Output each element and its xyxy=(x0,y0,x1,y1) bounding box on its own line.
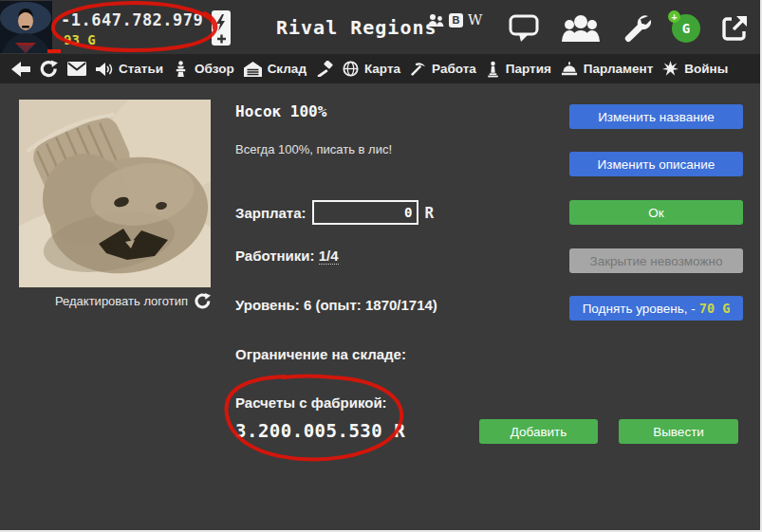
nav-label-party: Партия xyxy=(506,62,551,76)
gold-badge-letter: G xyxy=(682,21,690,36)
nav-item-parliament[interactable]: Парламент xyxy=(561,62,653,76)
chat-icon[interactable] xyxy=(509,14,540,43)
nav-item-wars[interactable]: Войны xyxy=(662,61,728,77)
salary-row: Зарплата: R xyxy=(235,200,434,225)
salary-currency: R xyxy=(425,204,435,222)
withdraw-money-button[interactable]: Вывести xyxy=(619,419,738,444)
nav-label-overview: Обзор xyxy=(195,62,234,76)
plus-icon: + xyxy=(668,10,680,23)
nav-refresh-button[interactable] xyxy=(40,60,58,78)
workers-value-link[interactable]: 1/4 xyxy=(319,248,339,265)
rename-button[interactable]: Изменить название xyxy=(569,104,743,129)
top-bar: -1.647.782.979 R 93 G Rival Regions B W xyxy=(0,0,760,54)
xp-progress-bar xyxy=(47,49,61,53)
nav-label-wars: Войны xyxy=(684,62,728,76)
nav-mail-button[interactable] xyxy=(67,62,86,76)
battery-energy-icon[interactable] xyxy=(211,9,232,46)
factory-description: Всегда 100%, писать в лис! xyxy=(235,142,392,156)
factory-logo-image xyxy=(19,100,211,287)
nav-back-button[interactable] xyxy=(11,62,30,77)
nav-label-warehouse: Склад xyxy=(268,62,307,76)
change-description-button[interactable]: Изменить описание xyxy=(569,152,743,176)
refresh-icon xyxy=(40,60,58,78)
mail-icon xyxy=(67,62,86,76)
nav-label-articles: Статьи xyxy=(119,62,163,76)
nav-item-warehouse[interactable]: Склад xyxy=(244,62,307,77)
pickaxe-icon xyxy=(410,61,426,77)
factory-balance-label: Расчеты с фабрикой: xyxy=(235,394,387,411)
workers-label: Работники: xyxy=(235,248,315,264)
podium-icon xyxy=(173,61,189,77)
factory-title: Носок 100% xyxy=(235,102,326,120)
nav-label-map: Карта xyxy=(364,62,400,76)
salary-input[interactable] xyxy=(312,200,418,225)
megaphone-icon xyxy=(96,62,113,77)
warehouse-icon xyxy=(244,62,262,77)
nav-label-work: Работа xyxy=(432,62,476,76)
storage-limit-label: Ограничение на складе: xyxy=(235,346,406,362)
w-wiki-icon[interactable]: W xyxy=(468,11,482,28)
statue-icon xyxy=(486,61,500,78)
game-window: -1.647.782.979 R 93 G Rival Regions B W xyxy=(0,0,762,532)
back-arrow-icon xyxy=(11,62,30,77)
nav-bar: Статьи Обзор Склад xyxy=(0,54,760,83)
people-pair-icon[interactable] xyxy=(428,13,444,28)
b-social-icon[interactable]: B xyxy=(449,13,463,28)
edit-logo-label: Редактировать логотип xyxy=(55,294,188,308)
nav-item-articles[interactable]: Статьи xyxy=(96,62,163,77)
nav-auction-button[interactable] xyxy=(316,61,333,77)
nav-item-party[interactable]: Партия xyxy=(486,61,551,78)
close-disabled-button: Закрытие невозможно xyxy=(569,248,743,273)
edit-logo-button[interactable]: Редактировать логотип xyxy=(19,293,211,309)
workers-row: Работники: 1/4 xyxy=(235,248,339,264)
burst-icon xyxy=(662,61,678,77)
nav-label-parliament: Парламент xyxy=(584,62,653,76)
dome-icon xyxy=(561,62,578,76)
external-link-icon[interactable] xyxy=(721,14,749,42)
salary-label: Зарплата: xyxy=(235,205,307,221)
refresh-logo-icon xyxy=(195,293,211,309)
game-title: Rival Regions xyxy=(276,16,437,39)
nav-item-work[interactable]: Работа xyxy=(410,61,476,77)
level-up-label: Поднять уровень, - xyxy=(583,302,696,316)
top-icon-group: G + xyxy=(509,13,749,43)
gold-display[interactable]: 93 G xyxy=(64,32,96,47)
ok-button[interactable]: Ок xyxy=(569,200,743,225)
factory-balance-value: 3.200.005.530 R xyxy=(235,420,405,441)
gold-plus-badge[interactable]: G + xyxy=(672,14,700,43)
level-text: Уровень: 6 (опыт: 1870/1714) xyxy=(235,297,437,313)
globe-icon xyxy=(343,61,359,77)
nav-item-map[interactable]: Карта xyxy=(343,61,400,77)
level-up-cost: 70 G xyxy=(699,301,731,316)
balance-display[interactable]: -1.647.782.979 R xyxy=(61,10,224,29)
wrench-icon[interactable] xyxy=(622,13,651,43)
avatar[interactable] xyxy=(0,1,52,53)
level-up-button[interactable]: Поднять уровень, - 70 G xyxy=(569,296,743,321)
nav-item-overview[interactable]: Обзор xyxy=(173,61,234,77)
members-icon[interactable] xyxy=(561,14,601,42)
gavel-icon xyxy=(316,61,333,77)
add-money-button[interactable]: Добавить xyxy=(479,419,598,444)
title-badges: B W xyxy=(428,11,482,28)
